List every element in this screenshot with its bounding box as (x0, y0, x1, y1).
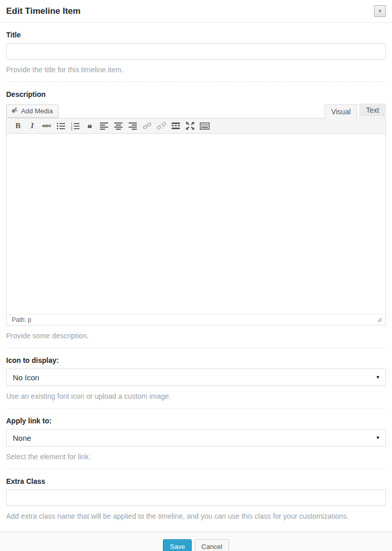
svg-text:3: 3 (71, 128, 72, 130)
add-media-label: Add Media (21, 107, 53, 115)
close-icon: × (378, 8, 381, 14)
apply-link-select[interactable]: None ▼ (6, 429, 386, 446)
page-title: Edit Timeline Item (6, 6, 80, 16)
tab-text-label: Text (366, 106, 379, 114)
tab-text[interactable]: Text (359, 104, 386, 117)
separator (6, 348, 386, 348)
extra-class-help: Add extra class name that will be applie… (6, 512, 386, 520)
bold-icon: B (15, 121, 20, 130)
resize-grip-icon (376, 316, 382, 322)
icon-select-help: Use an existing font icon or upload a cu… (6, 392, 386, 400)
icon-select-value: No Icon (13, 373, 39, 382)
numbered-list-button[interactable]: 123 (68, 119, 82, 133)
bullet-list-icon (56, 122, 66, 130)
icon-select-label: Icon to display: (6, 356, 386, 364)
italic-button[interactable]: I (25, 119, 39, 133)
wysiwyg-editor: B I ABC 123 ❝ (6, 118, 386, 325)
bullet-list-button[interactable] (54, 119, 68, 133)
close-button[interactable]: × (374, 5, 386, 17)
more-tag-button[interactable] (169, 119, 183, 133)
align-right-button[interactable] (126, 119, 140, 133)
description-help: Provide some description. (6, 332, 386, 340)
blockquote-button[interactable]: ❝ (82, 119, 97, 133)
editor-statusbar: Path: p (7, 314, 385, 325)
fullscreen-button[interactable] (183, 119, 197, 133)
editor-content-area[interactable] (7, 134, 385, 314)
blockquote-icon: ❝ (87, 126, 92, 131)
chevron-down-icon: ▼ (376, 435, 380, 440)
tab-visual[interactable]: Visual (324, 104, 357, 118)
dialog-body: Title Provide the title for this timelin… (0, 31, 392, 520)
align-left-button[interactable] (97, 119, 111, 133)
extra-class-label: Extra Class (6, 477, 386, 485)
apply-link-label: Apply link to: (6, 417, 386, 425)
description-label: Description (6, 90, 386, 98)
title-help: Provide the title for this timeline item… (6, 66, 386, 74)
resize-handle[interactable] (376, 316, 382, 324)
align-left-icon (100, 123, 109, 130)
cancel-button[interactable]: Cancel (195, 539, 229, 551)
unlink-icon (157, 122, 166, 130)
link-icon (142, 122, 152, 130)
extra-class-input[interactable] (6, 489, 386, 506)
chevron-down-icon: ▼ (376, 375, 380, 380)
add-media-button[interactable]: Add Media (6, 105, 58, 118)
title-input[interactable] (6, 43, 386, 59)
toolbar-toggle-button[interactable] (197, 119, 212, 133)
more-tag-icon (172, 123, 180, 129)
insert-link-button[interactable] (140, 119, 154, 133)
separator (6, 408, 386, 409)
align-center-icon (114, 123, 123, 130)
separator (6, 468, 386, 469)
apply-link-help: Select the element for link. (6, 453, 386, 461)
strikethrough-icon: ABC (42, 124, 51, 128)
bold-button[interactable]: B (11, 119, 25, 133)
numbered-list-icon: 123 (71, 122, 80, 130)
remove-link-button[interactable] (154, 119, 169, 133)
editor-path-status: Path: p (12, 316, 31, 323)
align-right-icon (129, 123, 137, 130)
keyboard-icon (200, 123, 210, 130)
icon-select[interactable]: No Icon ▼ (6, 369, 386, 386)
tab-visual-label: Visual (331, 108, 350, 116)
fullscreen-icon (186, 122, 194, 130)
dialog-footer: Save Cancel (0, 532, 392, 551)
media-icon (11, 107, 18, 115)
italic-icon: I (31, 121, 34, 130)
title-label: Title (6, 31, 386, 39)
editor-toolbar: B I ABC 123 ❝ (7, 118, 385, 134)
align-center-button[interactable] (111, 119, 126, 133)
strikethrough-button[interactable]: ABC (39, 119, 54, 133)
editor-mode-tabs: Visual Text (324, 104, 386, 118)
separator (6, 81, 386, 82)
dialog-header: Edit Timeline Item × (0, 0, 392, 23)
apply-link-value: None (13, 434, 31, 442)
save-button[interactable]: Save (163, 539, 192, 551)
editor-header: Add Media Visual Text (6, 104, 386, 118)
